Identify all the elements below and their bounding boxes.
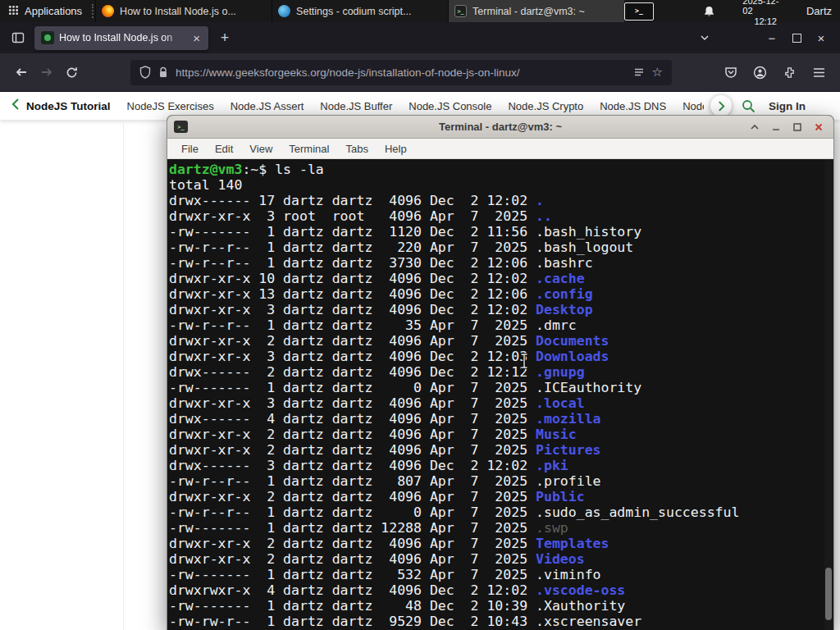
subnav-item-5[interactable]: Node.JS Console bbox=[409, 100, 491, 112]
tabbar-right: − × bbox=[692, 26, 833, 49]
lock-icon[interactable] bbox=[158, 66, 168, 79]
terminal-line: drwx------ 17 dartz dartz 4096 Dec 2 12:… bbox=[169, 193, 833, 208]
maximize-icon bbox=[792, 34, 801, 43]
terminal-line: -rw-rw-r-- 1 dartz dartz 9529 Dec 2 10:4… bbox=[169, 614, 833, 629]
terminal-window: >_ Terminal - dartz@vm3: ~ FileEditViewT… bbox=[167, 115, 834, 630]
tab-close-icon[interactable]: × bbox=[191, 32, 202, 44]
terminal-line: -rw-r--r-- 1 dartz dartz 35 Apr 7 2025 .… bbox=[169, 317, 833, 333]
panel-right: >_ 2025-12-02 12:12 Dartz bbox=[624, 0, 840, 22]
terminal-line: drwx------ 4 dartz dartz 4096 Apr 7 2025… bbox=[169, 411, 833, 427]
clock[interactable]: 2025-12-02 12:12 bbox=[733, 0, 798, 26]
terminal-line: -rw-r--r-- 1 dartz dartz 807 Apr 7 2025 … bbox=[169, 473, 833, 489]
terminal-line: -rw------- 1 dartz dartz 48 Dec 2 10:39 … bbox=[169, 598, 833, 614]
taskbar-window-title: Terminal - dartz@vm3: ~ bbox=[472, 6, 585, 17]
navigation-toolbar: https://www.geeksforgeeks.org/node-js/in… bbox=[0, 53, 840, 92]
close-icon: × bbox=[818, 31, 825, 45]
reload-button[interactable] bbox=[59, 60, 84, 84]
subnav-item-2[interactable]: NodeJS Exercises bbox=[127, 100, 214, 112]
account-icon[interactable] bbox=[747, 60, 773, 84]
subnav-item-7[interactable]: Node.JS DNS bbox=[600, 100, 666, 112]
terminal-line: drwxr-xr-x 10 dartz dartz 4096 Dec 2 12:… bbox=[169, 271, 833, 286]
terminal-line: -rw-r--r-- 1 dartz dartz 3730 Dec 2 12:0… bbox=[169, 255, 833, 271]
terminal-menu-help[interactable]: Help bbox=[377, 141, 414, 157]
terminal-line: drwxr-xr-x 2 dartz dartz 4096 Apr 7 2025… bbox=[169, 551, 833, 567]
terminal-line: drwxr-xr-x 2 dartz dartz 4096 Apr 7 2025… bbox=[169, 489, 833, 504]
terminal-body[interactable]: dartz@vm3:~$ ls -latotal 140drwx------ 1… bbox=[167, 159, 833, 630]
terminal-output: dartz@vm3:~$ ls -latotal 140drwx------ 1… bbox=[169, 162, 833, 629]
terminal-line: drwxr-xr-x 13 dartz dartz 4096 Dec 2 12:… bbox=[169, 286, 833, 302]
url-text: https://www.geeksforgeeks.org/node-js/in… bbox=[176, 66, 626, 79]
tab-favicon-icon bbox=[41, 31, 54, 44]
sign-in-button[interactable]: Sign In bbox=[769, 100, 829, 112]
url-bar[interactable]: https://www.geeksforgeeks.org/node-js/in… bbox=[130, 60, 672, 85]
subnav-item-3[interactable]: Node.JS Assert bbox=[231, 100, 304, 112]
terminal-scrollbar-track[interactable] bbox=[824, 159, 833, 630]
taskbar-button-codium[interactable]: Settings - codium script... bbox=[272, 0, 448, 22]
terminal-rollup-button[interactable] bbox=[747, 120, 761, 134]
terminal-line: total 140 bbox=[169, 177, 833, 193]
subnav-item-6[interactable]: Node.JS Crypto bbox=[508, 100, 583, 112]
taskbar-window-title: Settings - codium script... bbox=[296, 6, 411, 17]
systray-terminal-icon[interactable]: >_ bbox=[624, 2, 654, 21]
pocket-icon[interactable] bbox=[718, 60, 743, 84]
subnav-item-8[interactable]: Node bbox=[682, 100, 704, 112]
tab-title: How to Install Node.js on bbox=[59, 32, 186, 43]
terminal-menu-tabs[interactable]: Tabs bbox=[338, 141, 375, 157]
taskbar-button-firefox[interactable]: How to Install Node.js o... bbox=[95, 0, 272, 22]
minimize-icon: − bbox=[769, 31, 776, 45]
forward-button[interactable] bbox=[34, 60, 59, 84]
terminal-window-buttons bbox=[747, 120, 827, 134]
search-icon[interactable] bbox=[742, 99, 756, 113]
firefox-icon bbox=[102, 5, 114, 17]
notification-bell-icon[interactable] bbox=[699, 5, 720, 18]
taskbar-button-terminal[interactable]: >_Terminal - dartz@vm3: ~ bbox=[448, 0, 624, 22]
subnav-scroll-right-icon[interactable] bbox=[710, 95, 732, 116]
browser-close-button[interactable]: × bbox=[809, 26, 833, 49]
reader-mode-icon[interactable] bbox=[633, 66, 645, 78]
terminal-scrollbar-thumb[interactable] bbox=[825, 568, 832, 620]
terminal-line: drwxr-xr-x 2 dartz dartz 4096 Apr 7 2025… bbox=[169, 536, 833, 551]
subnav-scroll-left-icon[interactable] bbox=[11, 98, 20, 113]
browser-maximize-button[interactable] bbox=[784, 26, 809, 49]
terminal-close-button[interactable] bbox=[811, 120, 825, 134]
browser-tab[interactable]: How to Install Node.js on × bbox=[34, 26, 208, 50]
subnav-items: NodeJS TutorialNodeJS ExercisesNode.JS A… bbox=[26, 100, 704, 112]
terminal-titlebar[interactable]: >_ Terminal - dartz@vm3: ~ bbox=[167, 116, 833, 139]
terminal-line: drwxr-xr-x 3 dartz dartz 4096 Apr 7 2025… bbox=[169, 395, 833, 411]
applications-menu-button[interactable]: Applications bbox=[0, 0, 90, 22]
page-column-divider bbox=[123, 120, 124, 630]
back-button[interactable] bbox=[8, 60, 34, 84]
shield-icon[interactable] bbox=[139, 66, 151, 79]
terminal-menu-terminal[interactable]: Terminal bbox=[281, 141, 336, 157]
tab-bar: How to Install Node.js on × + − × bbox=[0, 22, 840, 53]
terminal-minimize-button[interactable] bbox=[769, 120, 783, 134]
terminal-line: drwxr-xr-x 2 dartz dartz 4096 Apr 7 2025… bbox=[169, 442, 833, 458]
subnav-item-1[interactable]: NodeJS Tutorial bbox=[26, 100, 111, 112]
terminal-line: drwxrwxr-x 4 dartz dartz 4096 Dec 2 12:0… bbox=[169, 582, 833, 598]
taskbar: How to Install Node.js o...Settings - co… bbox=[95, 0, 624, 22]
terminal-line: -rw------- 1 dartz dartz 532 Apr 7 2025 … bbox=[169, 567, 833, 582]
terminal-app-glyph: >_ bbox=[177, 124, 184, 130]
subnav-item-4[interactable]: Node.JS Buffer bbox=[320, 100, 392, 112]
terminal-menu-file[interactable]: File bbox=[174, 141, 206, 157]
list-tabs-chevron-icon[interactable] bbox=[692, 26, 717, 49]
terminal-maximize-button[interactable] bbox=[790, 120, 804, 134]
bookmark-star-icon[interactable]: ☆ bbox=[652, 65, 663, 80]
extensions-icon[interactable] bbox=[777, 60, 802, 84]
user-menu[interactable]: Dartz bbox=[798, 5, 840, 17]
menu-hamburger-icon[interactable] bbox=[806, 60, 832, 84]
systray-terminal-glyph: >_ bbox=[635, 7, 643, 15]
terminal-menu-edit[interactable]: Edit bbox=[208, 141, 240, 157]
terminal-menubar: FileEditViewTerminalTabsHelp bbox=[167, 139, 833, 159]
taskbar-window-title: How to Install Node.js o... bbox=[120, 6, 236, 17]
codium-icon bbox=[278, 5, 290, 17]
terminal-line: -rw------- 1 dartz dartz 1120 Dec 2 11:5… bbox=[169, 224, 833, 240]
applications-label: Applications bbox=[25, 5, 82, 17]
new-tab-button[interactable]: + bbox=[213, 26, 236, 49]
firefox-view-button[interactable] bbox=[7, 26, 30, 49]
terminal-line: -rw------- 1 dartz dartz 0 Apr 7 2025 .I… bbox=[169, 380, 833, 395]
terminal-menu-view[interactable]: View bbox=[242, 141, 280, 157]
browser-minimize-button[interactable]: − bbox=[760, 26, 784, 49]
clock-time: 12:12 bbox=[754, 16, 777, 27]
terminal-title: Terminal - dartz@vm3: ~ bbox=[167, 121, 833, 133]
